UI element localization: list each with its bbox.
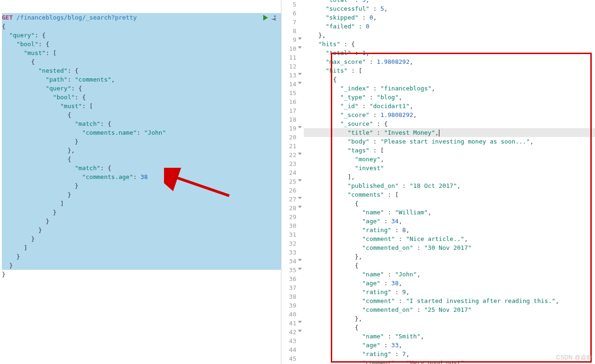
editor-toolbar — [263, 15, 278, 21]
wrench-icon[interactable] — [272, 15, 278, 21]
request-editor-pane[interactable]: GET /financeblogs/blog/_search?pretty{ "… — [0, 0, 281, 364]
play-icon[interactable] — [263, 15, 268, 21]
request-code[interactable]: GET /financeblogs/blog/_search?pretty{ "… — [0, 0, 281, 279]
watermark: CSDN @焱齿 — [556, 353, 592, 362]
response-line-gutter: 5678910111213141516171819202122232425262… — [281, 0, 300, 364]
response-pane[interactable]: 5678910111213141516171819202122232425262… — [281, 0, 595, 364]
response-code[interactable]: "total" : 5, "successful" : 5, "skipped"… — [281, 0, 595, 364]
